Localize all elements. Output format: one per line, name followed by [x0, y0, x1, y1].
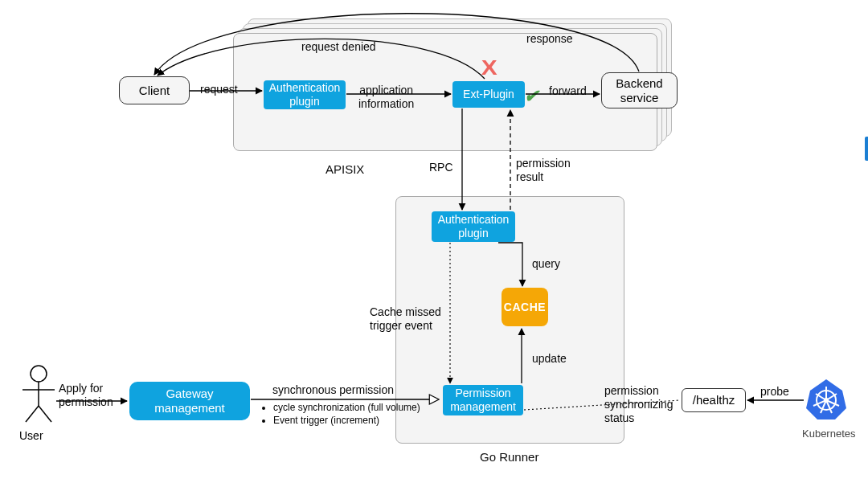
svg-line-11 [821, 400, 826, 413]
request-edge-label: request [200, 83, 238, 96]
denied-x-icon: X [479, 58, 500, 79]
auth-plugin-top-node: Authentication plugin [264, 80, 346, 109]
query-edge-label: query [532, 257, 560, 271]
ext-plugin-label: Ext-Plugin [463, 88, 514, 101]
svg-line-9 [826, 400, 839, 406]
gateway-management-label: Gateway management [154, 387, 225, 415]
x-mark-label: X [481, 55, 497, 80]
kubernetes-label: Kubernetes [802, 428, 856, 440]
user-label: User [19, 429, 43, 442]
svg-line-4 [39, 406, 51, 422]
sync-permission-edge-label: synchronous permission [272, 383, 394, 397]
permission-management-node: Permission management [443, 385, 523, 415]
rpc-edge-label: RPC [429, 161, 453, 174]
auth-plugin-top-label: Authentication plugin [269, 81, 341, 108]
auth-plugin-bottom-label: Authentication plugin [438, 213, 510, 240]
svg-point-0 [31, 366, 47, 382]
client-label: Client [139, 84, 170, 98]
cache-missed-edge-label: Cache missed trigger event [370, 305, 441, 333]
go-runner-region-label: Go Runner [480, 450, 538, 464]
kubernetes-icon [806, 379, 846, 419]
permission-management-label: Permission management [450, 387, 516, 414]
backend-node: Backend service [601, 72, 678, 108]
cache-node: CACHE [502, 288, 548, 326]
gateway-management-node: Gateway management [129, 382, 250, 420]
svg-marker-5 [806, 379, 846, 419]
unknown-edge-indicator [865, 137, 868, 161]
ext-plugin-node: Ext-Plugin [452, 81, 525, 108]
application-info-edge-label: application information [358, 84, 414, 111]
backend-label: Backend service [616, 76, 662, 105]
svg-line-3 [26, 406, 39, 422]
svg-line-12 [813, 400, 826, 406]
svg-point-14 [817, 391, 836, 410]
request-denied-edge-label: request denied [301, 40, 376, 54]
svg-line-13 [816, 394, 826, 400]
sync-mode-full: cycle synchronization (full volume) [273, 401, 455, 414]
diagram-stage: APISIX Go Runner Client Backend service … [0, 0, 868, 487]
allowed-check-icon: ✔ [522, 88, 540, 105]
cache-label: CACHE [504, 301, 546, 314]
client-node: Client [119, 76, 190, 104]
forward-edge-label: forward [549, 84, 587, 98]
apisix-region-label: APISIX [326, 162, 364, 176]
sync-modes-note: cycle synchronization (full volume) Even… [262, 401, 455, 427]
response-edge-label: response [526, 32, 573, 46]
check-mark-label: ✔ [524, 86, 538, 107]
auth-plugin-bottom-node: Authentication plugin [432, 211, 515, 242]
user-icon [23, 366, 55, 422]
apply-permission-edge-label: Apply for permission [59, 382, 113, 409]
permission-result-edge-label: permission result [516, 157, 571, 184]
svg-point-6 [824, 398, 829, 403]
perm-sync-status-edge-label: permission synchronizing status [604, 384, 674, 424]
svg-line-8 [826, 394, 837, 400]
healthz-node: /healthz [682, 388, 746, 412]
update-edge-label: update [532, 352, 567, 366]
sync-mode-increment: Event trigger (increment) [273, 414, 455, 427]
healthz-label: /healthz [693, 393, 735, 407]
probe-edge-label: probe [760, 385, 789, 399]
svg-line-10 [826, 400, 832, 413]
